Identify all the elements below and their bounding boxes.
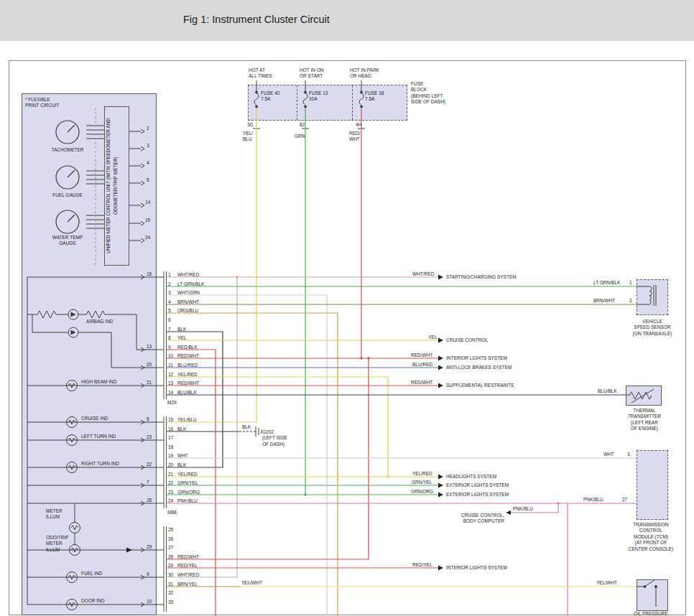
pin-number: 29	[168, 562, 177, 571]
connector-pin-row: 14 BLU/BLK	[168, 389, 236, 398]
connector-4h-label: 4H	[356, 122, 361, 128]
pin-number: 18	[168, 444, 177, 453]
connector-pin-row: 25	[168, 526, 236, 536]
wire-color-label: BLU/BLK	[177, 389, 197, 398]
wire-label: YEL/RED	[412, 471, 432, 477]
connector-pin-row: 7 BLK	[168, 326, 236, 335]
pin-number: 32	[168, 589, 177, 599]
fuse-40-label: FUSE 40 7.5A	[261, 90, 279, 103]
connector-pin-row: 18	[168, 444, 236, 453]
wire-color-label: BLU/RED	[177, 362, 198, 371]
connector-pin-row: 27	[168, 544, 236, 554]
splice-wire-label: YEL/WHT	[241, 580, 262, 586]
pin-number: 19	[168, 452, 177, 462]
connector-pin-row: 3 WHT/GRN	[168, 289, 236, 299]
connector-pin-row: 31 BRN/YEL	[168, 581, 236, 590]
connector-pin-row: 8 YEL	[168, 335, 236, 344]
fuse-13-label: FUSE 13 10A	[309, 90, 328, 103]
resistor-icon	[37, 311, 56, 318]
connector-pin-row: 30 WHT/RED	[168, 571, 236, 581]
pin-number: 2	[168, 281, 177, 290]
lamp-icons	[67, 381, 80, 610]
connector-pin-row: 10 RED/WHT	[168, 353, 236, 362]
cluster-pin-15: 15	[145, 218, 150, 223]
wire-label-yel-wht: YEL/WHT	[596, 580, 617, 586]
cluster-pin-7: 7	[147, 480, 149, 485]
tcm-pin-3: 3	[627, 452, 630, 457]
cluster-pin-3: 3	[147, 143, 149, 149]
cluster-pin-10: 10	[147, 599, 152, 605]
connector-pin-row: 17	[168, 434, 236, 444]
wire-label-blu-blk: BLU/BLK	[598, 388, 617, 394]
cluster-pin-24: 24	[145, 235, 150, 241]
pin-number: 17	[168, 434, 177, 444]
pin-number: 21	[168, 471, 177, 480]
pin-number: 8	[168, 335, 177, 344]
wire-color-label: BRN/WHT	[177, 299, 199, 308]
cluster-pin-9: 9	[147, 571, 149, 577]
pin-number: 23	[168, 489, 177, 498]
junction-dot	[360, 357, 363, 360]
left-turn-ind-label: LEFT TURN IND	[81, 434, 116, 439]
pin-number: 11	[168, 362, 177, 371]
cluster-pin-13: 13	[147, 344, 152, 350]
connector-name-m29: M29	[167, 400, 177, 406]
thermistor-icon	[626, 389, 654, 403]
connector-pin-row: 9 RED/BLK	[168, 344, 236, 353]
wire-color-label: BLK	[177, 462, 186, 471]
connector-pin-row: 2 LT GRN/BLK	[168, 281, 236, 290]
junction-dot	[367, 357, 370, 360]
wire-label: RED/WHT	[411, 380, 432, 386]
tcm-label: TRANSMISSION CONTROL MODULE (TCM) (AT FR…	[611, 522, 691, 552]
pin-number: 6	[168, 317, 177, 326]
connector-pin-row: 29 RED/YEL	[168, 562, 236, 571]
fuse-block-label: FUSE BLOCK (BEHIND LEFT SIDE OF DASH)	[411, 81, 445, 106]
wire-label-red-wht: RED/ WHT	[349, 131, 361, 143]
system-label-abs: ANTI-LOCK BRAKES SYSTEM	[446, 365, 512, 370]
wire-color-label: GRN/ORG	[177, 489, 200, 498]
wire-color-label: WHT/GRN	[177, 289, 200, 299]
wire-color-label: WHT	[177, 452, 188, 462]
pin-number: 22	[168, 480, 177, 489]
system-label-exterior-lights-1: EXTERIOR LIGHTS SYSTEM	[446, 482, 509, 488]
pin-number: 13	[168, 380, 177, 389]
illum-arrow-icon	[126, 548, 132, 553]
connector-pin-row: 33	[168, 599, 236, 608]
tcm-pin-27: 27	[622, 497, 627, 503]
wire-color-label: RED/WHT	[177, 353, 199, 362]
wire-color-label: BRN/YEL	[177, 581, 198, 590]
system-label-exterior-lights-2: EXTERIOR LIGHTS SYSTEM	[446, 492, 509, 498]
figure-header: Fig 1: Instrument Cluster Circuit	[0, 0, 694, 41]
connector-pin-row: 28 RED/WHT	[168, 554, 236, 563]
system-label-srs: SUPPLEMENTAL RESTRAINTS	[446, 383, 514, 388]
wiring-svg	[0, 0, 694, 616]
connector-pin-row: 21 YEL/RED	[168, 471, 236, 480]
cluster-pin-2: 2	[147, 126, 149, 131]
connector-m29-rows: 1 WHT/RED 2 LT GRN/BLK 3 WHT/GRN 4 BRN/W…	[168, 271, 236, 398]
wire-label: GRN/ORG	[411, 489, 433, 495]
connector-3g-label: 3G	[247, 122, 254, 128]
fuel-ind-label: FUEL IND	[81, 571, 102, 577]
wire-color-label: YEL	[177, 335, 186, 344]
connector-name-m88: M88	[167, 510, 177, 515]
cluster-pin-23: 23	[147, 434, 152, 440]
connector-m88-rows: 15 YEL/BLU 16 BLK 17 18 19 WHT 20 BLK 21…	[168, 416, 236, 507]
pin-number: 7	[168, 326, 177, 335]
wire-label-grn: GRN	[295, 134, 305, 139]
vehicle-speed-sensor-label: VEHICLE SPEED SENSOR (ON TRANSAXLE)	[621, 319, 684, 337]
connector-pin-row: 11 BLU/RED	[168, 362, 236, 371]
oil-pressure-label: OIL PRESSURE	[618, 611, 684, 616]
pin-number: 30	[168, 571, 177, 581]
wire-color-label: BLK	[177, 326, 186, 335]
pin-number: 28	[168, 554, 177, 563]
connector-pin-row: 26	[168, 536, 236, 545]
wire-label: BLU/RED	[412, 362, 432, 368]
wire-label-brn-wht: BRN/WHT	[593, 298, 615, 304]
wire-label-yel-blu: YEL/ BLU	[243, 131, 253, 143]
system-label-interior-lights-2: INTERIOR LIGHTS SYSTEM	[446, 565, 507, 571]
connector-pin-row: 24 PNK/BLU	[168, 498, 236, 507]
connector-pin-row: 23 GRN/ORG	[168, 489, 236, 498]
high-beam-ind-label: HIGH BEAM IND	[81, 379, 116, 385]
wire-color-label: WHT/RED	[177, 571, 199, 581]
speed-sensor-coil-icon	[637, 285, 656, 306]
